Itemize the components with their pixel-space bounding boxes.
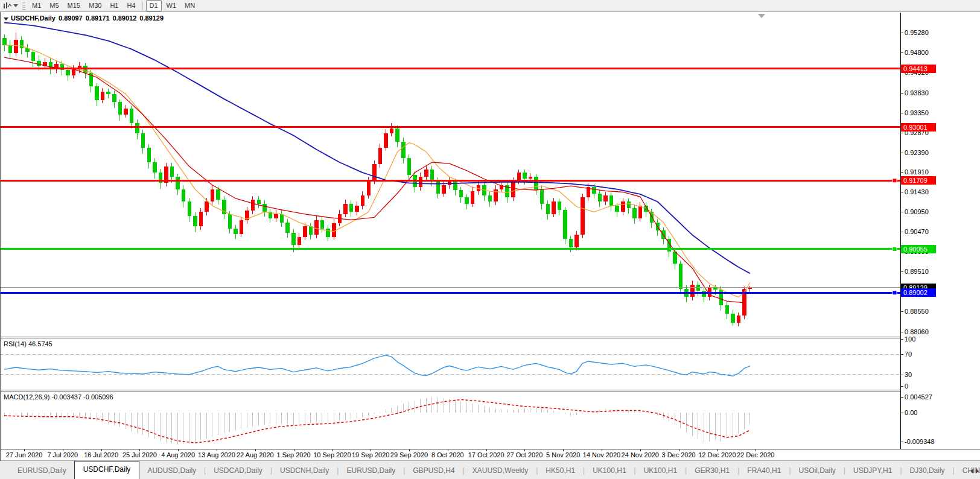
price-tick-label: 0.88060 (905, 328, 929, 335)
axis-tick-mark (901, 232, 903, 232)
level-handle[interactable] (892, 179, 897, 183)
main-chart-pane[interactable]: USDCHF,Daily0.890970.891710.890120.89129 (0, 13, 900, 337)
axis-tick-mark (901, 413, 903, 413)
toolbar-grip[interactable] (22, 2, 25, 10)
toolbar: M1M5M15M30H1H4D1W1MN (0, 0, 980, 12)
main-chart-svg[interactable] (0, 13, 900, 337)
time-axis[interactable]: 27 Jun 20207 Jul 202016 Jul 202025 Jul 2… (0, 449, 980, 460)
macd-tick-label: 0.004527 (905, 393, 932, 401)
level-price-label-0.93001: 0.93001 (901, 123, 936, 132)
level-handle[interactable] (892, 291, 897, 295)
chart-tab-eurusd-daily[interactable]: EURUSD,Daily (10, 463, 74, 479)
chart-shift-marker-icon[interactable] (758, 14, 765, 18)
chart-tab-usdcnh-daily[interactable]: USDCNH,Daily (272, 463, 337, 479)
chart-tab-eurusd-daily[interactable]: EURUSD,Daily (339, 463, 403, 479)
ma-slow-line (4, 22, 750, 273)
price-tick-label: 0.89510 (905, 268, 929, 275)
timeframe-button-m5[interactable]: M5 (46, 0, 62, 11)
time-axis-label: 25 Jul 2020 (122, 451, 157, 458)
pane-separator[interactable] (0, 390, 980, 392)
price-tick-label: 0.91430 (905, 188, 929, 195)
timeframe-button-m30[interactable]: M30 (85, 0, 105, 11)
time-axis-label: 4 Aug 2020 (161, 451, 195, 458)
time-axis-label: 5 Nov 2020 (546, 451, 580, 458)
rsi-value: 46.5745 (28, 340, 52, 347)
timeframe-button-d1[interactable]: D1 (146, 0, 162, 11)
rsi-pane[interactable]: RSI(14) 46.5745 (0, 338, 900, 390)
chart-tab-audusd-daily[interactable]: AUDUSD,Daily (139, 463, 204, 479)
axis-tick-mark (901, 332, 903, 332)
axis-tick-mark (901, 93, 903, 94)
axis-tick-mark (901, 375, 903, 375)
collapse-triangle-icon[interactable] (4, 17, 8, 21)
rsi-svg[interactable] (0, 338, 900, 390)
macd-pane[interactable]: MACD(12,26,9) -0.003437 -0.005096 (0, 392, 900, 449)
tab-scroll-right-icon[interactable] (976, 469, 979, 474)
axis-tick-mark (901, 113, 903, 113)
time-axis-label: 10 Sep 2020 (313, 451, 351, 458)
timeframe-button-h1[interactable]: H1 (106, 0, 122, 11)
chart-symbol-period: USDCHF,Daily (11, 14, 56, 22)
chart-tab-uk100-h1[interactable]: UK100,H1 (636, 463, 685, 479)
chart-tab-dj30-daily[interactable]: DJ30,Daily (902, 463, 953, 479)
chart-tab-ger30-h1[interactable]: GER30,H1 (687, 463, 737, 479)
macd-tick-label: 0.00 (905, 409, 917, 416)
price-tick-label: 0.92390 (905, 149, 929, 156)
chart-style-icon[interactable] (2, 1, 13, 11)
tab-scroll-left-icon[interactable] (970, 469, 973, 474)
chart-tab-hk50-h1[interactable]: HK50,H1 (538, 463, 583, 479)
axis-tick-mark (901, 311, 903, 312)
timeframe-button-m15[interactable]: M15 (64, 0, 84, 11)
chart-tab-gbpusd-h4[interactable]: GBPUSD,H4 (405, 463, 462, 479)
pane-separator[interactable] (0, 337, 980, 338)
chart-title: USDCHF,Daily0.890970.891710.890120.89129 (4, 14, 167, 22)
price-tick-label: 0.88550 (905, 308, 929, 315)
macd-histogram (4, 397, 750, 445)
rsi-tick-label: 70 (905, 351, 912, 358)
time-axis-label: 27 Jun 2020 (6, 451, 43, 458)
ma-fast-line (4, 45, 750, 297)
time-axis-label: 8 Oct 2020 (431, 451, 464, 458)
level-handle[interactable] (892, 247, 897, 251)
timeframe-button-mn[interactable]: MN (181, 0, 199, 11)
level-price-label-0.94413: 0.94413 (901, 65, 936, 73)
time-axis-label: 16 Jul 2020 (84, 451, 118, 458)
chart-tab-usdchf-daily[interactable]: USDCHF,Daily (74, 461, 140, 479)
rsi-tick-label: 30 (905, 371, 912, 378)
timeframe-button-m1[interactable]: M1 (28, 0, 45, 11)
candles-layer (2, 33, 752, 326)
toolbar-separator (142, 2, 143, 10)
time-axis-label: 3 Dec 2020 (661, 451, 695, 458)
time-axis-label: 14 Nov 2020 (583, 451, 620, 458)
rsi-tick-label: 100 (905, 335, 915, 343)
macd-tick-label: -0.009348 (905, 438, 935, 445)
chart-tab-usdjpy-h1[interactable]: USDJPY,H1 (845, 463, 900, 479)
timeframe-button-w1[interactable]: W1 (163, 0, 180, 11)
time-axis-label: 1 Sep 2020 (276, 451, 310, 458)
chevron-down-icon[interactable] (13, 4, 18, 7)
axis-tick-mark (901, 339, 903, 340)
chart-tab-fra40-h1[interactable]: FRA40,H1 (739, 463, 789, 479)
price-tick-label: 0.93830 (905, 89, 929, 97)
window-left-border (0, 12, 1, 461)
time-axis-label: 12 Dec 2020 (698, 451, 736, 458)
price-tick-label: 0.94800 (905, 49, 929, 56)
chart-tab-usdcad-daily[interactable]: USDCAD,Daily (206, 463, 270, 479)
chart-tab-xauusd-weekly[interactable]: XAUUSD,Weekly (465, 463, 536, 479)
level-price-label-0.91709: 0.91709 (901, 176, 936, 185)
time-axis-label: 22 Aug 2020 (237, 451, 274, 458)
ohlc-close: 0.89129 (139, 14, 164, 22)
price-tick-label: 0.93350 (905, 109, 929, 116)
axis-tick-mark (901, 192, 903, 192)
time-axis-label: 13 Aug 2020 (198, 451, 235, 458)
axis-tick-mark (901, 354, 903, 355)
axis-tick-mark (901, 153, 903, 153)
macd-svg[interactable] (0, 392, 900, 449)
time-axis-label: 29 Sep 2020 (390, 451, 428, 458)
price-axis[interactable]: 0.952800.948000.943200.938300.933500.928… (900, 13, 980, 449)
chart-tab-usoil-daily[interactable]: USOil,Daily (791, 463, 844, 479)
price-tick-label: 0.90470 (905, 228, 929, 235)
timeframe-button-h4[interactable]: H4 (123, 0, 139, 11)
chart-tab-uk100-h1[interactable]: UK100,H1 (585, 463, 634, 479)
axis-tick-mark (901, 212, 903, 212)
